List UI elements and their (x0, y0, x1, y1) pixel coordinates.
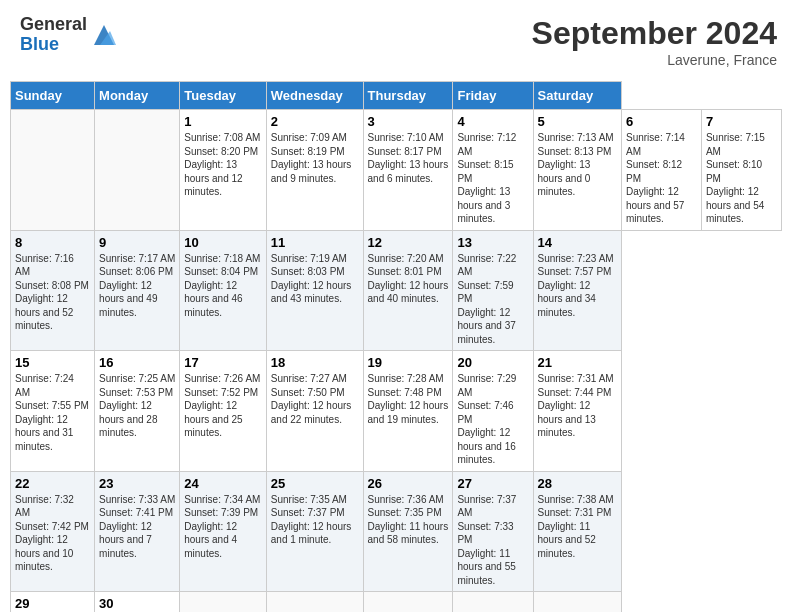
calendar-cell (453, 592, 533, 613)
calendar-cell (363, 592, 453, 613)
calendar-week-row: 29 Sunrise: 7:40 AMSunset: 7:30 PMDaylig… (11, 592, 782, 613)
day-number: 21 (538, 355, 617, 370)
calendar-cell: 2 Sunrise: 7:09 AMSunset: 8:19 PMDayligh… (266, 110, 363, 231)
calendar-cell: 12 Sunrise: 7:20 AMSunset: 8:01 PMDaylig… (363, 230, 453, 351)
day-info: Sunrise: 7:27 AMSunset: 7:50 PMDaylight:… (271, 373, 352, 425)
day-number: 7 (706, 114, 777, 129)
day-info: Sunrise: 7:32 AMSunset: 7:42 PMDaylight:… (15, 494, 89, 573)
calendar-cell: 3 Sunrise: 7:10 AMSunset: 8:17 PMDayligh… (363, 110, 453, 231)
calendar-cell: 16 Sunrise: 7:25 AMSunset: 7:53 PMDaylig… (95, 351, 180, 472)
day-number: 27 (457, 476, 528, 491)
day-number: 25 (271, 476, 359, 491)
day-number: 11 (271, 235, 359, 250)
weekday-header-sunday: Sunday (11, 82, 95, 110)
calendar-cell: 13 Sunrise: 7:22 AMSunset: 7:59 PMDaylig… (453, 230, 533, 351)
day-info: Sunrise: 7:33 AMSunset: 7:41 PMDaylight:… (99, 494, 175, 559)
day-info: Sunrise: 7:09 AMSunset: 8:19 PMDaylight:… (271, 132, 352, 184)
day-number: 10 (184, 235, 262, 250)
calendar-cell: 30 Sunrise: 7:41 AMSunset: 7:28 PMDaylig… (95, 592, 180, 613)
day-number: 19 (368, 355, 449, 370)
calendar-cell: 15 Sunrise: 7:24 AMSunset: 7:55 PMDaylig… (11, 351, 95, 472)
calendar-cell: 29 Sunrise: 7:40 AMSunset: 7:30 PMDaylig… (11, 592, 95, 613)
day-info: Sunrise: 7:16 AMSunset: 8:08 PMDaylight:… (15, 253, 89, 332)
day-number: 13 (457, 235, 528, 250)
calendar-cell (533, 592, 621, 613)
calendar-cell: 8 Sunrise: 7:16 AMSunset: 8:08 PMDayligh… (11, 230, 95, 351)
day-number: 20 (457, 355, 528, 370)
calendar-cell: 17 Sunrise: 7:26 AMSunset: 7:52 PMDaylig… (180, 351, 267, 472)
day-number: 16 (99, 355, 175, 370)
calendar-cell: 14 Sunrise: 7:23 AMSunset: 7:57 PMDaylig… (533, 230, 621, 351)
calendar-cell: 21 Sunrise: 7:31 AMSunset: 7:44 PMDaylig… (533, 351, 621, 472)
day-number: 15 (15, 355, 90, 370)
calendar-cell (180, 592, 267, 613)
calendar-cell (11, 110, 95, 231)
day-info: Sunrise: 7:35 AMSunset: 7:37 PMDaylight:… (271, 494, 352, 546)
calendar-cell: 20 Sunrise: 7:29 AMSunset: 7:46 PMDaylig… (453, 351, 533, 472)
logo-icon (90, 21, 118, 49)
day-info: Sunrise: 7:20 AMSunset: 8:01 PMDaylight:… (368, 253, 449, 305)
calendar-week-row: 1 Sunrise: 7:08 AMSunset: 8:20 PMDayligh… (11, 110, 782, 231)
day-info: Sunrise: 7:36 AMSunset: 7:35 PMDaylight:… (368, 494, 449, 546)
calendar-cell: 10 Sunrise: 7:18 AMSunset: 8:04 PMDaylig… (180, 230, 267, 351)
day-info: Sunrise: 7:23 AMSunset: 7:57 PMDaylight:… (538, 253, 614, 318)
day-info: Sunrise: 7:10 AMSunset: 8:17 PMDaylight:… (368, 132, 449, 184)
weekday-header-monday: Monday (95, 82, 180, 110)
day-info: Sunrise: 7:14 AMSunset: 8:12 PMDaylight:… (626, 132, 685, 224)
day-info: Sunrise: 7:17 AMSunset: 8:06 PMDaylight:… (99, 253, 175, 318)
calendar-cell: 7 Sunrise: 7:15 AMSunset: 8:10 PMDayligh… (701, 110, 781, 231)
calendar-cell (95, 110, 180, 231)
day-number: 30 (99, 596, 175, 611)
title-area: September 2024 Laverune, France (532, 15, 777, 68)
day-number: 17 (184, 355, 262, 370)
day-number: 26 (368, 476, 449, 491)
day-number: 3 (368, 114, 449, 129)
day-number: 24 (184, 476, 262, 491)
logo-blue-text: Blue (20, 35, 87, 55)
location-subtitle: Laverune, France (532, 52, 777, 68)
logo: General Blue (20, 15, 118, 55)
weekday-header-friday: Friday (453, 82, 533, 110)
day-info: Sunrise: 7:15 AMSunset: 8:10 PMDaylight:… (706, 132, 765, 224)
day-number: 28 (538, 476, 617, 491)
day-info: Sunrise: 7:25 AMSunset: 7:53 PMDaylight:… (99, 373, 175, 438)
calendar-cell: 22 Sunrise: 7:32 AMSunset: 7:42 PMDaylig… (11, 471, 95, 592)
weekday-header-saturday: Saturday (533, 82, 621, 110)
calendar-cell: 4 Sunrise: 7:12 AMSunset: 8:15 PMDayligh… (453, 110, 533, 231)
calendar-table: SundayMondayTuesdayWednesdayThursdayFrid… (10, 81, 782, 612)
day-info: Sunrise: 7:12 AMSunset: 8:15 PMDaylight:… (457, 132, 516, 224)
calendar-cell: 5 Sunrise: 7:13 AMSunset: 8:13 PMDayligh… (533, 110, 621, 231)
logo-general-text: General (20, 15, 87, 35)
day-number: 6 (626, 114, 697, 129)
day-number: 2 (271, 114, 359, 129)
day-number: 18 (271, 355, 359, 370)
day-info: Sunrise: 7:28 AMSunset: 7:48 PMDaylight:… (368, 373, 449, 425)
day-number: 22 (15, 476, 90, 491)
calendar-cell: 19 Sunrise: 7:28 AMSunset: 7:48 PMDaylig… (363, 351, 453, 472)
calendar-cell: 26 Sunrise: 7:36 AMSunset: 7:35 PMDaylig… (363, 471, 453, 592)
day-number: 9 (99, 235, 175, 250)
day-info: Sunrise: 7:38 AMSunset: 7:31 PMDaylight:… (538, 494, 614, 559)
day-number: 29 (15, 596, 90, 611)
day-info: Sunrise: 7:22 AMSunset: 7:59 PMDaylight:… (457, 253, 516, 345)
calendar-cell (266, 592, 363, 613)
calendar-week-row: 8 Sunrise: 7:16 AMSunset: 8:08 PMDayligh… (11, 230, 782, 351)
day-info: Sunrise: 7:13 AMSunset: 8:13 PMDaylight:… (538, 132, 614, 197)
day-info: Sunrise: 7:08 AMSunset: 8:20 PMDaylight:… (184, 132, 260, 197)
day-number: 8 (15, 235, 90, 250)
day-info: Sunrise: 7:37 AMSunset: 7:33 PMDaylight:… (457, 494, 516, 586)
calendar-week-row: 22 Sunrise: 7:32 AMSunset: 7:42 PMDaylig… (11, 471, 782, 592)
weekday-header-wednesday: Wednesday (266, 82, 363, 110)
day-info: Sunrise: 7:26 AMSunset: 7:52 PMDaylight:… (184, 373, 260, 438)
day-number: 1 (184, 114, 262, 129)
weekday-header-thursday: Thursday (363, 82, 453, 110)
month-title: September 2024 (532, 15, 777, 52)
day-info: Sunrise: 7:18 AMSunset: 8:04 PMDaylight:… (184, 253, 260, 318)
weekday-header-tuesday: Tuesday (180, 82, 267, 110)
calendar-cell: 25 Sunrise: 7:35 AMSunset: 7:37 PMDaylig… (266, 471, 363, 592)
day-number: 12 (368, 235, 449, 250)
day-number: 4 (457, 114, 528, 129)
calendar-cell: 27 Sunrise: 7:37 AMSunset: 7:33 PMDaylig… (453, 471, 533, 592)
day-info: Sunrise: 7:24 AMSunset: 7:55 PMDaylight:… (15, 373, 89, 452)
calendar-cell: 28 Sunrise: 7:38 AMSunset: 7:31 PMDaylig… (533, 471, 621, 592)
